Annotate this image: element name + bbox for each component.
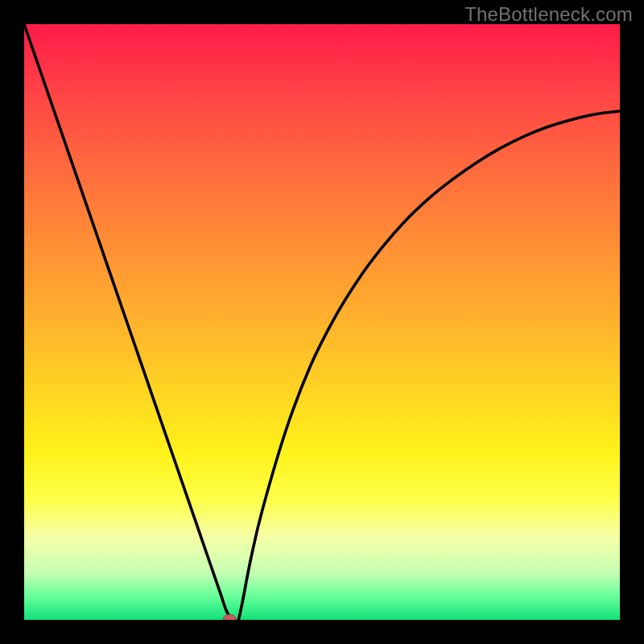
chart-frame: TheBottleneck.com [0,0,644,644]
plot-area [24,24,620,620]
watermark-text: TheBottleneck.com [464,3,633,26]
series-line [24,24,620,620]
marker-group [223,615,236,620]
chart-svg [24,24,620,620]
